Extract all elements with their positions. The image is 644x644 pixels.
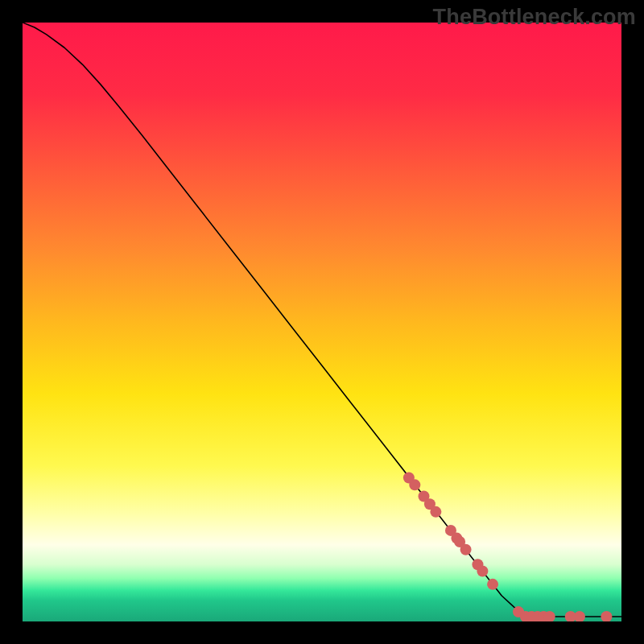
marker-point <box>487 579 498 590</box>
marker-point <box>477 566 488 577</box>
chart-background <box>23 23 621 621</box>
marker-point <box>409 479 420 490</box>
marker-point <box>460 544 472 555</box>
chart-frame: TheBottleneck.com <box>0 0 644 644</box>
chart-plot <box>23 23 621 621</box>
marker-point <box>430 506 441 518</box>
